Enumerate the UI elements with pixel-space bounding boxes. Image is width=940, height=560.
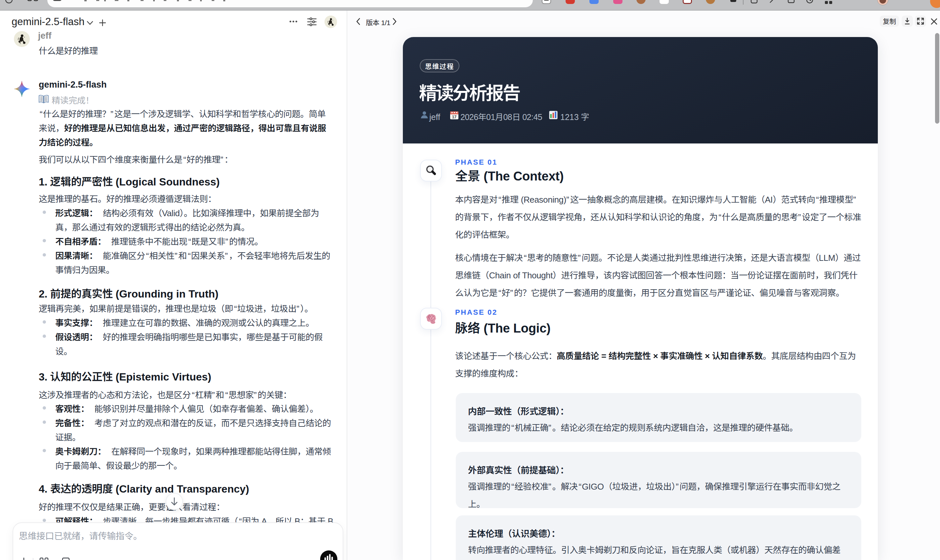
svg-text:17: 17 xyxy=(452,115,457,119)
